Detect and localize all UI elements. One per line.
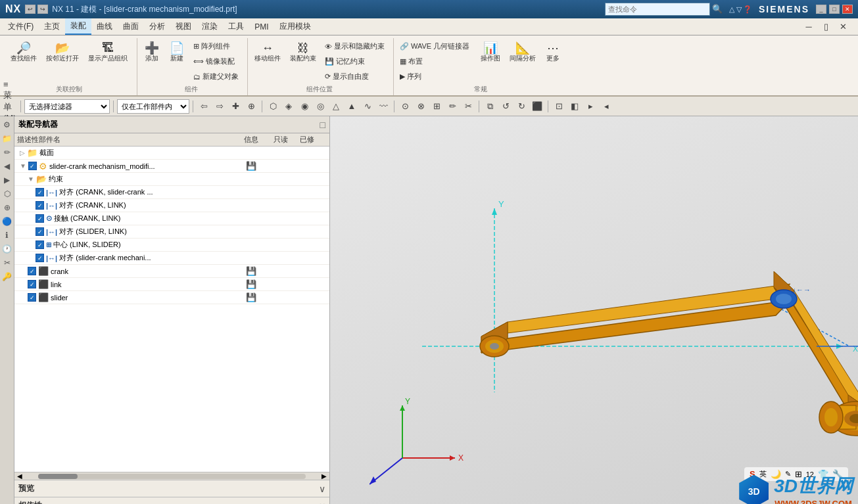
show-product-btn[interactable]: 🏗 显示产品组织 [84,39,131,66]
sequence-btn[interactable]: ▶ 序列 [396,70,473,83]
tb2-icon10[interactable]: ▲ [345,99,359,114]
menu-surface[interactable]: 曲面 [118,19,144,34]
close-btn[interactable]: ✕ [842,5,853,14]
checkbox-crank[interactable] [28,267,36,275]
tree-row-link[interactable]: ⬛ link 💾 [14,278,329,291]
left-icon-settings[interactable]: ⚙ [2,119,12,131]
tree-row-c6[interactable]: |↔| 对齐 (slider-crank mechani... [14,252,329,265]
tb2-icon12[interactable]: 〰 [376,99,391,114]
left-icon-back[interactable]: ◀ [3,160,11,172]
menu-render[interactable]: 渲染 [197,19,223,34]
tb2-icon1[interactable]: ⇦ [197,99,211,114]
more-btn[interactable]: ⋯ 更多 [541,39,565,66]
checkbox-c5[interactable] [36,241,44,249]
open-nearby-btn[interactable]: 📂 按邻近打开 [42,39,83,66]
checkbox-link[interactable] [28,280,36,288]
left-icon-file[interactable]: 📁 [1,133,13,145]
tb2-icon15[interactable]: ⊞ [429,99,444,114]
3d-viewport[interactable]: X Y Z [330,116,858,504]
maximize-btn[interactable]: □ [829,5,840,14]
menu-view[interactable]: 视图 [170,19,197,34]
remember-constraint-btn[interactable]: 💾 记忆约束 [322,55,388,68]
tb2-icon23[interactable]: ◧ [567,99,582,114]
tb2-icon9[interactable]: △ [329,99,343,114]
filter-select[interactable]: 无选择过滤器 [24,99,110,114]
tb2-icon6[interactable]: ◈ [281,99,296,114]
tree-row-c1[interactable]: |↔| 对齐 (CRANK, slider-crank ... [14,186,329,199]
tree-row-crank[interactable]: ⬛ crank 💾 [14,265,329,278]
tb2-icon3[interactable]: ✚ [228,99,243,114]
tb2-icon19[interactable]: ↺ [498,99,513,114]
tb2-icon4[interactable]: ⊕ [244,99,258,114]
tb2-icon17[interactable]: ✂ [461,99,475,114]
operation-view-btn[interactable]: 📊 操作图 [477,39,504,66]
winbtn-close[interactable]: ✕ [836,20,850,34]
left-icon-scissors[interactable]: ✂ [3,257,12,269]
checkbox-c6[interactable] [36,254,44,262]
left-icon-plus[interactable]: ⊕ [3,202,12,214]
left-icon-key[interactable]: 🔑 [1,271,13,283]
tb2-icon7[interactable]: ◉ [297,99,312,114]
layout-btn[interactable]: ▦ 布置 [396,55,473,68]
checkbox-c3[interactable] [36,214,44,223]
menu-tools[interactable]: 工具 [223,19,249,34]
menu-assembly[interactable]: 装配 [65,18,91,35]
wave-link-btn[interactable]: 🔗 WAVE 几何链接器 [396,39,473,53]
show-dof-btn[interactable]: ⟳ 显示自由度 [322,70,388,83]
new-component-btn[interactable]: 📄 新建 [165,39,189,66]
left-icon-edit[interactable]: ✏ [3,147,12,158]
winbtn-restore[interactable]: ▯ [819,20,833,34]
checkbox-c1[interactable] [36,188,44,196]
tb2-icon2[interactable]: ⇨ [212,99,227,114]
tree-row-c3[interactable]: ⊙ 接触 (CRANK, LINK) [14,212,329,225]
minimize-btn[interactable]: _ [816,5,826,14]
undo-btn[interactable]: ↩ [25,5,36,14]
tb2-icon25[interactable]: ◂ [599,99,613,114]
tree-row-section[interactable]: ▷ 📁 截面 [14,147,329,160]
tree-row-slider[interactable]: ⬛ slider 💾 [14,291,329,304]
menu-curve[interactable]: 曲线 [91,19,118,34]
tb2-icon20[interactable]: ↻ [514,99,529,114]
show-hide-constraint-btn[interactable]: 👁 显示和隐藏约束 [322,39,388,53]
nav-close-btn[interactable]: □ [320,120,325,130]
checkbox-slider[interactable] [28,293,36,302]
move-component-btn[interactable]: ↔ 移动组件 [250,39,285,66]
tree-row-c2[interactable]: |↔| 对齐 (CRANK, LINK) [14,199,329,212]
winbtn-min[interactable]: ─ [801,20,816,34]
tb2-icon22[interactable]: ⊡ [552,99,566,114]
new-parent-btn[interactable]: 🗂 新建父对象 [190,70,242,83]
left-icon-circle[interactable]: 🔵 [1,216,13,227]
tb2-icon21[interactable]: ⬛ [530,99,544,114]
tb2-icon5[interactable]: ⬡ [266,99,280,114]
menu-dropdown-btn[interactable]: ≡ 菜单(M) ▾ [3,99,17,114]
window-controls[interactable]: _ □ ✕ [816,5,853,14]
scroll-thumb[interactable] [38,474,78,479]
left-icon-clock[interactable]: 🕐 [1,243,13,255]
array-component-btn[interactable]: ⊞ 阵列组件 [190,39,242,53]
tb2-icon8[interactable]: ◎ [313,99,327,114]
search-box[interactable]: 🔍 [605,3,723,16]
clearance-analysis-btn[interactable]: 📐 间隔分析 [506,39,540,66]
tb2-icon16[interactable]: ✏ [445,99,460,114]
assembly-constraint-btn[interactable]: ⛓ 装配约束 [286,39,320,66]
menu-modules[interactable]: 应用模块 [274,19,316,34]
scroll-left-btn[interactable]: ◀ [14,472,25,480]
checkbox-c4[interactable] [36,227,44,236]
tree-row-c5[interactable]: ⊞ 中心 (LINK, SLIDER) [14,239,329,252]
tree-row-c4[interactable]: |↔| 对齐 (SLIDER, LINK) [14,225,329,239]
preview-panel[interactable]: 预览 ∨ [14,480,329,497]
menu-file[interactable]: 文件(F) [3,19,39,34]
search-input[interactable] [605,3,710,16]
scroll-right-btn[interactable]: ▶ [319,472,329,480]
deps-panel[interactable]: 相依性 ∨ [14,497,329,504]
menu-analysis[interactable]: 分析 [144,19,170,34]
menu-home[interactable]: 主页 [39,19,65,34]
left-icon-forward[interactable]: ▶ [3,174,11,186]
mirror-assembly-btn[interactable]: ⟺ 镜像装配 [190,55,242,68]
tree-row-root-assembly[interactable]: ▼ ⚙ slider-crank mechanism_modifi... 💾 [14,160,329,173]
find-component-btn[interactable]: 🔎 查找组件 [7,39,41,66]
tb2-icon18[interactable]: ⧉ [483,99,497,114]
tree-row-constraints[interactable]: ▼ 📂 约束 [14,173,329,186]
tb2-icon24[interactable]: ▸ [583,99,598,114]
redo-btn[interactable]: ↪ [37,5,48,14]
